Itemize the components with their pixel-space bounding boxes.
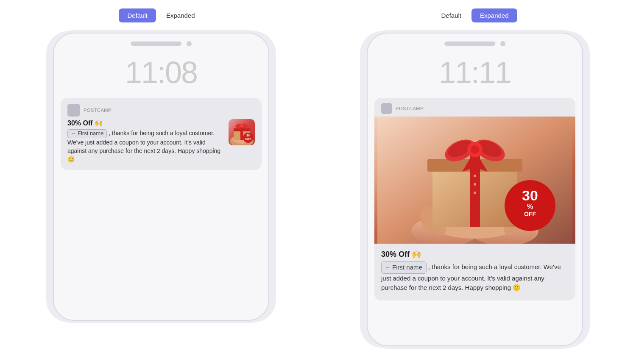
right-phone-top-bar — [368, 33, 582, 49]
left-first-name-label: First name — [78, 130, 103, 138]
svg-text:%: % — [527, 203, 533, 210]
svg-point-34 — [474, 175, 476, 177]
right-phone-camera — [500, 41, 505, 46]
right-first-name-tag: ↔ First name — [381, 261, 427, 274]
right-first-name-label: First name — [392, 263, 422, 272]
left-tag-arrows-icon: ↔ — [71, 130, 76, 137]
right-phone-mockup: 11:11 POSTCAMP — [367, 33, 583, 346]
right-tab-group: Default Expanded — [432, 8, 517, 22]
right-notification-image: 30 % OFF — [374, 117, 575, 244]
left-notif-body: ↔ First name , thanks for being such a l… — [67, 129, 224, 164]
right-notification-card-expanded: POSTCAMP — [374, 98, 575, 300]
left-phone-top-bar — [54, 33, 268, 49]
svg-point-36 — [474, 192, 476, 194]
left-phone-camera — [187, 41, 192, 46]
right-notif-body: ↔ First name , thanks for being such a l… — [381, 261, 569, 293]
svg-rect-5 — [234, 128, 250, 131]
svg-point-33 — [471, 145, 479, 154]
right-notif-body-container: 30% Off 🙌 ↔ First name , thanks for bein… — [374, 244, 575, 300]
right-notif-title: 30% Off 🙌 — [381, 250, 569, 259]
right-tab-expanded[interactable]: Expanded — [471, 8, 517, 22]
right-notif-app-label: POSTCAMP — [396, 106, 424, 111]
left-phone-notch — [131, 42, 181, 46]
left-notif-title: 30% Off 🙌 — [67, 119, 224, 127]
left-notif-app-icon — [67, 104, 80, 117]
left-notification-card: POSTCAMP 30% Off 🙌 ↔ First name , thanks… — [61, 98, 262, 170]
svg-text:30: 30 — [246, 134, 250, 137]
left-notif-content: 30% Off 🙌 ↔ First name , thanks for bein… — [67, 119, 224, 164]
svg-text:%OFF: %OFF — [245, 138, 251, 140]
right-tag-arrows-icon: ↔ — [385, 264, 391, 271]
right-tab-default[interactable]: Default — [432, 8, 470, 22]
svg-text:OFF: OFF — [524, 211, 536, 217]
left-phone-time: 11:08 — [125, 57, 197, 88]
left-tab-default[interactable]: Default — [119, 8, 156, 22]
right-notif-app-icon — [381, 103, 392, 114]
svg-point-8 — [240, 124, 243, 128]
left-panel: Default Expanded 11:08 POSTCAMP — [17, 8, 305, 321]
right-phone-notch — [444, 42, 495, 46]
left-tab-group: Default Expanded — [119, 8, 203, 22]
left-notif-thumbnail: 30 %OFF — [229, 119, 255, 145]
main-container: Default Expanded 11:08 POSTCAMP — [0, 0, 636, 355]
left-notif-app-label: POSTCAMP — [84, 108, 112, 113]
svg-text:30: 30 — [522, 187, 538, 203]
svg-point-35 — [474, 183, 476, 186]
right-panel: Default Expanded 11:11 POSTCAMP — [331, 8, 619, 346]
left-first-name-tag: ↔ First name — [67, 129, 107, 138]
right-phone-time: 11:11 — [439, 57, 511, 88]
left-tab-expanded[interactable]: Expanded — [158, 8, 204, 22]
left-phone-mockup: 11:08 POSTCAMP 30% Off 🙌 ↔ — [53, 33, 269, 321]
